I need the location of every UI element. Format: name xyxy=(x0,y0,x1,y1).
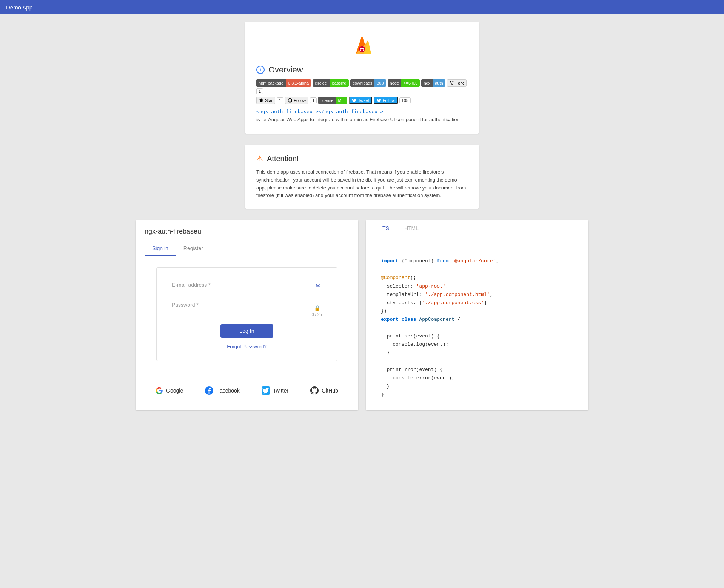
attention-title: ⚠ Attention! xyxy=(256,154,468,163)
github-login-button[interactable]: GitHub xyxy=(310,386,338,395)
overview-title: i Overview xyxy=(256,65,468,75)
panel-title: ngx-auth-firebaseui xyxy=(136,220,358,242)
code-line-1 xyxy=(381,249,573,257)
login-form-area: ✉ 🔒 0 / 25 Log In Forgot Password? xyxy=(136,256,358,373)
fork-count: 1 xyxy=(256,88,263,94)
star-count: 1 xyxy=(277,97,283,103)
code-line-12: console.log(event); xyxy=(381,340,573,349)
warning-icon: ⚠ xyxy=(256,154,263,163)
google-login-button[interactable]: Google xyxy=(156,387,183,394)
facebook-login-button[interactable]: Facebook xyxy=(205,386,239,395)
code-line-7: styleUrls: ['./app.component.css'] xyxy=(381,299,573,307)
code-line-17: } xyxy=(381,382,573,391)
code-line-10 xyxy=(381,324,573,332)
logo-container xyxy=(256,29,468,61)
code-line-11: printUser(event) { xyxy=(381,332,573,340)
code-line-13: } xyxy=(381,349,573,357)
code-block: import {Component} from '@angular/core';… xyxy=(366,237,588,410)
code-line-18: } xyxy=(381,391,573,399)
overview-card: i Overview npm package 0.3.2-alpha circl… xyxy=(245,22,479,134)
overview-description: is for Angular Web Apps to integrate wit… xyxy=(256,117,468,122)
app-header: Demo App xyxy=(0,0,724,14)
code-line-9: export class AppComponent { xyxy=(381,316,573,324)
login-button[interactable]: Log In xyxy=(220,324,273,338)
login-panel: ngx-auth-firebaseui Sign in Register ✉ xyxy=(136,220,358,410)
form-card: ✉ 🔒 0 / 25 Log In Forgot Password? xyxy=(156,267,337,361)
forgot-password-link[interactable]: Forgot Password? xyxy=(172,344,322,349)
twitter-follow-button[interactable]: Follow xyxy=(374,97,398,104)
circleci-badge: circleci passing xyxy=(313,79,349,87)
social-row: Star 1 Follow 1 license MIT Tweet xyxy=(256,97,468,104)
code-line-5: selector: 'app-root', xyxy=(381,282,573,291)
code-line-15: printError(event) { xyxy=(381,366,573,374)
email-icon: ✉ xyxy=(316,282,320,288)
email-group: ✉ xyxy=(172,279,322,291)
twitter-follow-count: 105 xyxy=(399,97,411,103)
bottom-panels: ngx-auth-firebaseui Sign in Register ✉ xyxy=(136,220,588,410)
code-line-8: }) xyxy=(381,307,573,316)
npm-badge: npm package 0.3.2-alpha xyxy=(256,79,311,87)
code-panel: TS HTML import {Component} from '@angula… xyxy=(366,220,588,410)
google-icon xyxy=(156,387,163,394)
code-line-6: templateUrl: './app.component.html', xyxy=(381,291,573,299)
tab-ts[interactable]: TS xyxy=(375,220,397,237)
twitter-login-button[interactable]: Twitter xyxy=(262,386,288,395)
tweet-button[interactable]: Tweet xyxy=(349,97,372,104)
password-input[interactable] xyxy=(172,299,322,311)
github-icon xyxy=(310,386,319,395)
github-follow-button[interactable]: Follow xyxy=(285,97,308,104)
follow-count: 1 xyxy=(310,97,317,103)
svg-rect-6 xyxy=(360,48,364,49)
license-badge: license MIT xyxy=(318,97,347,104)
char-count: 0 / 25 xyxy=(172,312,322,317)
main-content: i Overview npm package 0.3.2-alpha circl… xyxy=(0,14,724,418)
code-tabs: TS HTML xyxy=(366,220,588,237)
app-title: Demo App xyxy=(6,4,32,11)
star-button[interactable]: Star xyxy=(256,97,275,104)
password-group: 🔒 0 / 25 xyxy=(172,299,322,317)
code-line-16: console.error(event); xyxy=(381,374,573,382)
fork-button[interactable]: Fork xyxy=(447,79,467,87)
firebase-angular-logo xyxy=(347,29,377,60)
tab-signin[interactable]: Sign in xyxy=(145,242,176,256)
attention-text: This demo app uses a real connection of … xyxy=(256,168,468,200)
info-icon: i xyxy=(256,66,265,74)
code-line-3 xyxy=(381,265,573,274)
facebook-icon xyxy=(205,386,213,395)
code-line-2: import {Component} from '@angular/core'; xyxy=(381,257,573,265)
badges-row: npm package 0.3.2-alpha circleci passing… xyxy=(256,79,468,94)
ngx-badge: ngx auth xyxy=(421,79,445,87)
auth-tabs: Sign in Register xyxy=(136,242,358,256)
email-input[interactable] xyxy=(172,279,322,291)
attention-card: ⚠ Attention! This demo app uses a real c… xyxy=(245,145,479,209)
tab-html[interactable]: HTML xyxy=(397,220,426,237)
downloads-badge: downloads 308 xyxy=(350,79,386,87)
code-line-14 xyxy=(381,357,573,365)
tab-register[interactable]: Register xyxy=(176,242,211,256)
component-tag: <ngx-auth-firebaseui></ngx-auth-firebase… xyxy=(256,109,468,114)
twitter-icon xyxy=(262,386,270,395)
social-login: Google Facebook Twitter xyxy=(136,380,358,401)
node-badge: node >=6.0.0 xyxy=(388,79,420,87)
lock-icon: 🔒 xyxy=(314,305,320,311)
code-line-4: @Component({ xyxy=(381,274,573,282)
